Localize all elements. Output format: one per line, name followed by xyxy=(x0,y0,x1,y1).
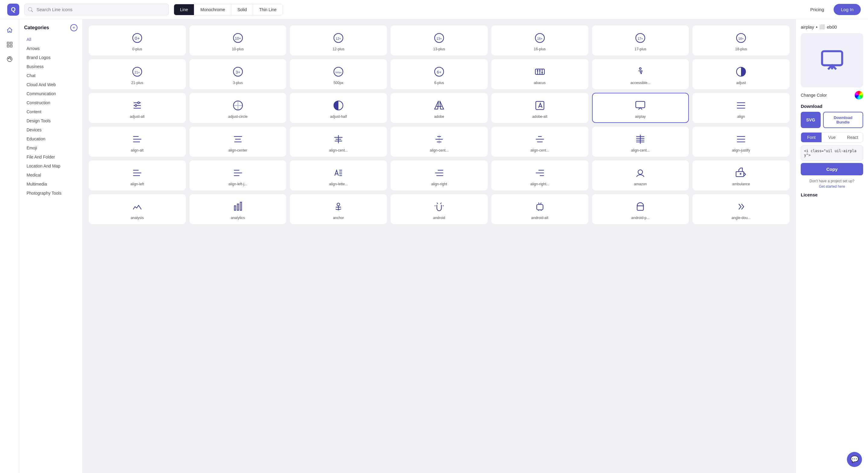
chat-bubble[interactable]: 💬 xyxy=(847,452,862,467)
icon-svg-16-plus: 16+ xyxy=(534,32,546,44)
icon-card-align-lette...[interactable]: align-lette... xyxy=(290,160,387,191)
panel-dot: • xyxy=(816,24,817,30)
icon-label-16-plus: 16-plus xyxy=(495,47,585,51)
nav-palette[interactable] xyxy=(4,53,16,65)
panel-icon-code: eb00 xyxy=(827,24,837,30)
style-solid-button[interactable]: Solid xyxy=(231,4,253,15)
category-multimedia[interactable]: Multimedia xyxy=(24,179,78,189)
style-monochrome-button[interactable]: Monochrome xyxy=(194,4,231,15)
format-tab-react[interactable]: React xyxy=(842,133,863,142)
sidebar-add-button[interactable]: + xyxy=(70,24,78,31)
icon-card-0-plus[interactable]: 0+ 0-plus xyxy=(89,25,186,56)
icon-card-500px[interactable]: 500px 500px xyxy=(290,59,387,89)
icon-card-align-cent...[interactable]: align-cent... xyxy=(592,127,689,157)
download-buttons: SVG Download Bundle xyxy=(801,112,863,128)
icon-card-3-plus[interactable]: 3+ 3-plus xyxy=(189,59,286,89)
icon-card-21-plus[interactable]: 21+ 21-plus xyxy=(89,59,186,89)
icon-card-align-alt[interactable]: align-alt xyxy=(89,127,186,157)
icon-card-anchor[interactable]: anchor xyxy=(290,194,387,224)
svg-text:0+: 0+ xyxy=(134,36,140,41)
nav-grid[interactable] xyxy=(4,39,16,50)
category-cloud-web[interactable]: Cloud And Web xyxy=(24,80,78,89)
icon-svg-align-cent... xyxy=(332,133,344,145)
icon-card-adjust[interactable]: adjust xyxy=(692,59,789,89)
icon-card-abacus[interactable]: abacus xyxy=(491,59,588,89)
login-button[interactable]: Log In xyxy=(834,4,861,15)
icon-card-android[interactable]: android xyxy=(391,194,488,224)
icon-label-angle-dou...: angle-dou... xyxy=(696,216,786,220)
icon-card-airplay[interactable]: airplay xyxy=(592,93,689,123)
category-design-tools[interactable]: Design Tools xyxy=(24,116,78,125)
search-input[interactable] xyxy=(24,4,169,15)
svg-point-36 xyxy=(541,72,543,73)
category-devices[interactable]: Devices xyxy=(24,125,78,134)
pricing-button[interactable]: Pricing xyxy=(805,4,829,14)
icon-card-android-p...[interactable]: android-p... xyxy=(592,194,689,224)
logo[interactable]: Q xyxy=(7,4,19,16)
sidebar: Categories + All Arrows Brand Logos Busi… xyxy=(19,19,83,473)
icon-card-ambulance[interactable]: ambulance xyxy=(692,160,789,191)
icon-card-adobe-alt[interactable]: adobe-alt xyxy=(491,93,588,123)
category-construction[interactable]: Construction xyxy=(24,98,78,107)
icon-card-align[interactable]: align xyxy=(692,93,789,123)
icon-label-3-plus: 3-plus xyxy=(193,81,283,85)
category-medical[interactable]: Medical xyxy=(24,171,78,179)
category-all[interactable]: All xyxy=(24,35,78,44)
left-nav xyxy=(0,19,19,473)
category-location-map[interactable]: Location And Map xyxy=(24,162,78,171)
style-thinline-button[interactable]: Thin Line xyxy=(253,4,283,15)
category-communication[interactable]: Communication xyxy=(24,89,78,98)
nav-home[interactable] xyxy=(4,24,16,36)
category-emoji[interactable]: Emoji xyxy=(24,143,78,153)
icon-card-adjust-alt[interactable]: adjust-alt xyxy=(89,93,186,123)
icon-card-align-left[interactable]: align-left xyxy=(89,160,186,191)
icon-card-analysis[interactable]: analysis xyxy=(89,194,186,224)
icon-card-align-cent...[interactable]: align-cent... xyxy=(491,127,588,157)
get-started-link[interactable]: Get started here xyxy=(819,184,845,189)
icon-card-16-plus[interactable]: 16+ 16-plus xyxy=(491,25,588,56)
category-file-folder[interactable]: File And Folder xyxy=(24,153,78,162)
category-chat[interactable]: Chat xyxy=(24,71,78,80)
icon-card-accessible...[interactable]: accessible... xyxy=(592,59,689,89)
icon-card-adjust-half[interactable]: adjust-half xyxy=(290,93,387,123)
icon-card-align-left-j...[interactable]: align-left-j... xyxy=(189,160,286,191)
icon-svg-3-plus: 3+ xyxy=(232,66,244,78)
style-line-button[interactable]: Line xyxy=(174,4,194,15)
format-tab-vue[interactable]: Vue xyxy=(822,133,842,142)
copy-button[interactable]: Copy xyxy=(801,163,863,175)
icon-card-align-right...[interactable]: align-right... xyxy=(491,160,588,191)
icon-card-align-center[interactable]: align-center xyxy=(189,127,286,157)
icon-svg-align-justify xyxy=(735,133,747,145)
icon-label-align-right: align-right xyxy=(394,182,484,186)
icon-card-17-plus[interactable]: 17+ 17-plus xyxy=(592,25,689,56)
category-brand-logos[interactable]: Brand Logos xyxy=(24,53,78,62)
icon-card-18-plus[interactable]: 18+ 18-plus xyxy=(692,25,789,56)
icon-card-adjust-circle[interactable]: adjust-circle xyxy=(189,93,286,123)
icon-card-adobe[interactable]: adobe xyxy=(391,93,488,123)
icon-card-6-plus[interactable]: 6+ 6-plus xyxy=(391,59,488,89)
icon-card-13-plus[interactable]: 13+ 13-plus xyxy=(391,25,488,56)
svg-text:3+: 3+ xyxy=(236,70,240,74)
icon-card-10-plus[interactable]: 10+ 10-plus xyxy=(189,25,286,56)
category-photography[interactable]: Photography Tools xyxy=(24,189,78,198)
icon-card-12-plus[interactable]: 12+ 12-plus xyxy=(290,25,387,56)
color-wheel[interactable] xyxy=(855,91,863,99)
icon-card-android-alt[interactable]: android-alt xyxy=(491,194,588,224)
bundle-download-button[interactable]: Download Bundle xyxy=(823,112,863,128)
format-tab-font[interactable]: Font xyxy=(801,133,822,142)
category-content[interactable]: Content xyxy=(24,107,78,116)
icon-card-analytics[interactable]: analytics xyxy=(189,194,286,224)
icon-card-align-cent...[interactable]: align-cent... xyxy=(290,127,387,157)
svg-download-button[interactable]: SVG xyxy=(801,112,820,128)
icon-svg-align-alt xyxy=(131,133,143,145)
icon-card-angle-dou...[interactable]: angle-dou... xyxy=(692,194,789,224)
icon-card-align-justify[interactable]: align-justify xyxy=(692,127,789,157)
category-business[interactable]: Business xyxy=(24,62,78,71)
icon-card-align-cent...[interactable]: align-cent... xyxy=(391,127,488,157)
category-education[interactable]: Education xyxy=(24,134,78,143)
icon-svg-10-plus: 10+ xyxy=(232,32,244,44)
icon-card-align-right[interactable]: align-right xyxy=(391,160,488,191)
icon-card-amazon[interactable]: amazon xyxy=(592,160,689,191)
icon-svg-adjust-circle xyxy=(232,99,244,111)
category-arrows[interactable]: Arrows xyxy=(24,44,78,53)
